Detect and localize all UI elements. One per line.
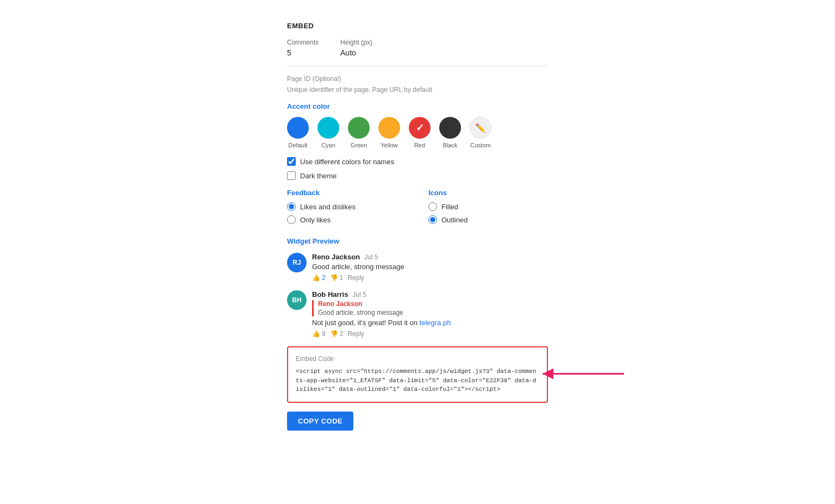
comment-item-bh: BH Bob Harris Jul 5 Reno Jackson Good ar… [287, 290, 548, 338]
color-option-black[interactable]: Black [439, 117, 461, 148]
likes-dislikes-label: Likes and dislikes [300, 203, 356, 211]
different-colors-row[interactable]: Use different colors for names [287, 157, 548, 166]
dislike-btn-rj[interactable]: 👎 1 [330, 274, 344, 282]
pencil-icon: ✏️ [475, 123, 486, 133]
color-option-green[interactable]: Green [348, 117, 370, 148]
likes-dislikes-radio[interactable] [287, 202, 296, 211]
color-name-custom: Custom [470, 142, 491, 148]
comments-label: Comments [287, 39, 319, 46]
dislike-count-rj: 1 [340, 274, 344, 282]
dislike-count-bh: 2 [340, 330, 344, 338]
color-circle-default [287, 117, 309, 139]
comment-date-rj: Jul 5 [364, 253, 378, 261]
comment-body-rj: Reno Jackson Jul 5 Good article, strong … [312, 253, 548, 282]
embed-code-label: Embed Code [296, 355, 539, 363]
color-circle-black [439, 117, 461, 139]
color-name-cyan: Cyan [321, 142, 335, 148]
different-colors-label: Use different colors for names [300, 158, 394, 166]
outlined-row[interactable]: Outlined [428, 215, 548, 224]
height-label: Height (px) [340, 39, 372, 46]
color-option-yellow[interactable]: Yellow [378, 117, 400, 148]
color-options: Default Cyan Green Yellow Red [287, 117, 548, 148]
height-field: Height (px) Auto [340, 39, 372, 57]
only-likes-row[interactable]: Only likes [287, 215, 407, 224]
telegra-link[interactable]: telegra.ph [420, 319, 451, 327]
color-option-cyan[interactable]: Cyan [317, 117, 339, 148]
only-likes-label: Only likes [300, 216, 331, 224]
pink-arrow [526, 357, 635, 391]
outlined-radio[interactable] [428, 215, 437, 224]
page-id-label: Page ID (Optional) [287, 75, 548, 83]
icons-label: Icons [428, 189, 548, 197]
comment-text-rj: Good article, strong message [312, 263, 548, 271]
outlined-label: Outlined [441, 216, 468, 224]
different-colors-checkbox[interactable] [287, 157, 296, 166]
comment-date-bh: Jul 5 [352, 291, 366, 298]
widget-preview-label: Widget Preview [287, 237, 548, 245]
comment-author-bh: Bob Harris [312, 290, 348, 298]
like-btn-bh[interactable]: 👍 9 [312, 330, 326, 338]
copy-code-button[interactable]: COPY CODE [287, 412, 353, 431]
dark-theme-label: Dark theme [300, 172, 337, 180]
height-value: Auto [340, 48, 372, 57]
embed-code-container: Embed Code <script async src="https://co… [287, 346, 548, 403]
avatar-rj: RJ [287, 253, 307, 272]
avatar-bh: BH [287, 290, 307, 310]
dislike-btn-bh[interactable]: 👎 2 [330, 330, 344, 338]
color-circle-cyan [317, 117, 339, 139]
reply-btn-rj[interactable]: Reply [347, 274, 364, 282]
reply-quote-text: Good article, strong message [318, 309, 548, 316]
comments-value: 5 [287, 48, 319, 57]
like-count-bh: 9 [322, 330, 326, 338]
color-circle-green [348, 117, 370, 139]
color-name-red: Red [414, 142, 425, 148]
filled-label: Filled [441, 203, 458, 211]
embed-code-text: <script async src="https://comments.app/… [296, 367, 539, 394]
filled-row[interactable]: Filled [428, 202, 548, 211]
only-likes-radio[interactable] [287, 215, 296, 224]
comment-body-bh: Bob Harris Jul 5 Reno Jackson Good artic… [312, 290, 548, 338]
svg-marker-1 [543, 368, 553, 379]
embed-code-section: Embed Code <script async src="https://co… [287, 346, 548, 403]
comment-header-bh: Bob Harris Jul 5 [312, 290, 548, 298]
filled-radio[interactable] [428, 202, 437, 211]
color-option-red[interactable]: Red [409, 117, 431, 148]
comment-author-rj: Reno Jackson [312, 253, 360, 261]
color-circle-red [409, 117, 431, 139]
color-name-default: Default [289, 142, 308, 148]
feedback-label: Feedback [287, 189, 407, 197]
feedback-section: Feedback Likes and dislikes Only likes [287, 189, 407, 228]
comments-field: Comments 5 [287, 39, 319, 57]
color-circle-custom: ✏️ [470, 117, 491, 139]
color-name-black: Black [443, 142, 458, 148]
comment-actions-rj: 👍 2 👎 1 Reply [312, 274, 548, 282]
comment-actions-bh: 👍 9 👎 2 Reply [312, 330, 548, 338]
divider-1 [287, 66, 548, 66]
page-id-description: Unique identifier of the page. Page URL … [287, 86, 548, 94]
comment-item-rj: RJ Reno Jackson Jul 5 Good article, stro… [287, 253, 548, 282]
dark-theme-checkbox[interactable] [287, 171, 296, 180]
color-option-default[interactable]: Default [287, 117, 309, 148]
dark-theme-row[interactable]: Dark theme [287, 171, 548, 180]
reply-quote-author: Reno Jackson [318, 300, 548, 308]
accent-color-label: Accent color [287, 102, 548, 110]
like-count-rj: 2 [322, 274, 326, 282]
likes-dislikes-row[interactable]: Likes and dislikes [287, 202, 407, 211]
color-circle-yellow [378, 117, 400, 139]
reply-text-bh: Not just good, it's great! Post it on te… [312, 319, 548, 327]
color-name-green: Green [351, 142, 367, 148]
reply-btn-bh[interactable]: Reply [347, 330, 364, 338]
icons-section: Icons Filled Outlined [428, 189, 548, 228]
comment-header-rj: Reno Jackson Jul 5 [312, 253, 548, 261]
color-name-yellow: Yellow [381, 142, 397, 148]
color-option-custom[interactable]: ✏️ Custom [470, 117, 491, 148]
like-btn-rj[interactable]: 👍 2 [312, 274, 326, 282]
reply-quote-bh: Reno Jackson Good article, strong messag… [312, 300, 548, 316]
section-title: EMBED [287, 22, 548, 30]
